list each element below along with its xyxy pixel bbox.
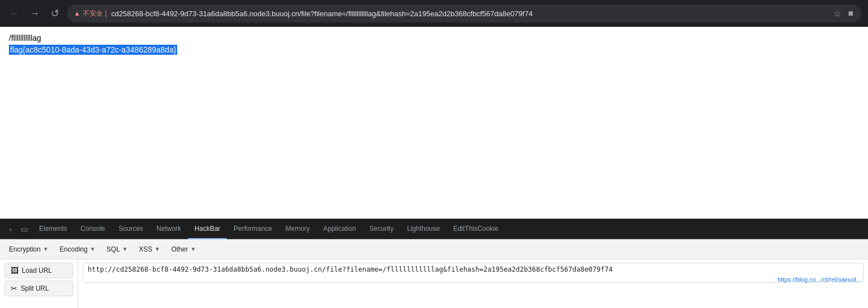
url-input[interactable] xyxy=(83,263,864,283)
tab-lighthouse[interactable]: Lighthouse xyxy=(400,219,447,239)
load-url-icon: 🖼 xyxy=(11,266,18,275)
back-button[interactable]: ← xyxy=(7,6,22,21)
encryption-label: Encryption xyxy=(9,245,41,253)
sql-label: SQL xyxy=(107,245,120,253)
tab-security[interactable]: Security xyxy=(363,219,400,239)
hackbar-hint: https://blog.co.../ct/rel/oainud... xyxy=(777,276,861,283)
browser-chrome: ← → ↺ ▲ 不安全 | cd258268-bcf8-4492-9d73-31… xyxy=(0,0,868,27)
tab-hackbar[interactable]: HackBar xyxy=(188,219,227,239)
devtools-tabs-bar: ▫ ▭ Elements Console Sources Network Hac… xyxy=(0,219,868,239)
encryption-arrow-icon: ▼ xyxy=(43,246,49,252)
xss-dropdown[interactable]: XSS ▼ xyxy=(134,241,164,257)
hackbar-url-area: https://blog.co.../ct/rel/oainud... xyxy=(78,259,868,286)
tab-performance[interactable]: Performance xyxy=(227,219,279,239)
sql-dropdown[interactable]: SQL ▼ xyxy=(102,241,132,257)
separator: | xyxy=(105,10,107,17)
insecure-label: 不安全 xyxy=(83,9,103,18)
tab-console[interactable]: Console xyxy=(74,219,112,239)
page-content: /flllllllllllag flag{ac8c5010-8ada-43d3-… xyxy=(0,27,868,219)
flag-container: flag{ac8c5010-8ada-43d3-a72c-a3486289a8d… xyxy=(9,45,859,55)
extension-button[interactable]: ■ xyxy=(847,7,855,20)
flag-value: flag{ac8c5010-8ada-43d3-a72c-a3486289a8d… xyxy=(9,45,177,55)
other-arrow-icon: ▼ xyxy=(190,246,196,252)
encoding-label: Encoding xyxy=(60,245,88,253)
address-url[interactable]: cd258268-bcf8-4492-9d73-31a6da8bb5a6.nod… xyxy=(111,10,828,18)
xss-arrow-icon: ▼ xyxy=(155,246,160,252)
reload-button[interactable]: ↺ xyxy=(47,6,63,21)
split-url-icon: ✂ xyxy=(11,284,17,293)
tab-sources[interactable]: Sources xyxy=(112,219,150,239)
address-bar: ▲ 不安全 | cd258268-bcf8-4492-9d73-31a6da8b… xyxy=(67,4,861,22)
encryption-dropdown[interactable]: Encryption ▼ xyxy=(4,241,53,257)
other-dropdown[interactable]: Other ▼ xyxy=(167,241,200,257)
devtools-panel: ▫ ▭ Elements Console Sources Network Hac… xyxy=(0,219,868,308)
bookmark-button[interactable]: ☆ xyxy=(832,7,842,20)
sql-arrow-icon: ▼ xyxy=(122,246,128,252)
other-label: Other xyxy=(171,245,188,253)
encoding-arrow-icon: ▼ xyxy=(90,246,96,252)
tab-network[interactable]: Network xyxy=(150,219,188,239)
inspect-icon-button[interactable]: ▫ xyxy=(4,219,16,239)
encoding-dropdown[interactable]: Encoding ▼ xyxy=(55,241,100,257)
path-text: /flllllllllllag xyxy=(9,34,859,42)
hackbar-toolbar: Encryption ▼ Encoding ▼ SQL ▼ XSS ▼ Othe… xyxy=(0,239,868,259)
load-url-label: Load URL xyxy=(22,267,52,274)
tab-editthiscookie[interactable]: EditThisCookie xyxy=(447,219,505,239)
device-icon-button[interactable]: ▭ xyxy=(16,219,32,239)
tab-elements[interactable]: Elements xyxy=(32,219,74,239)
split-url-button[interactable]: ✂ Split URL xyxy=(4,281,73,296)
xss-label: XSS xyxy=(139,245,152,253)
split-url-label: Split URL xyxy=(21,285,49,292)
tab-application[interactable]: Application xyxy=(316,219,363,239)
hackbar-content: 🖼 Load URL ✂ Split URL https://blog.co..… xyxy=(0,259,868,308)
load-url-button[interactable]: 🖼 Load URL xyxy=(4,263,73,278)
forward-button[interactable]: → xyxy=(27,6,42,21)
hackbar-actions: 🖼 Load URL ✂ Split URL xyxy=(0,259,78,308)
warning-icon: ▲ xyxy=(74,10,80,17)
insecure-badge: ▲ 不安全 | xyxy=(74,9,107,18)
tab-memory[interactable]: Memory xyxy=(279,219,316,239)
